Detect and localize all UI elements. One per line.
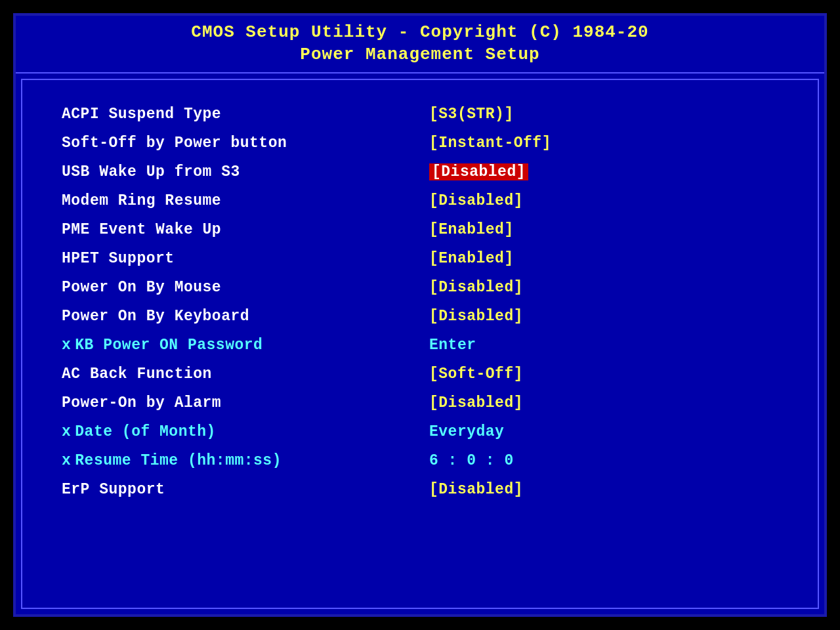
value-pme-event-wake-up[interactable]: [Enabled] (429, 221, 514, 238)
value-usb-wake-up-s3[interactable]: [Disabled] (429, 163, 528, 180)
value-kb-power-on-password[interactable]: Enter (429, 337, 476, 354)
label-date-of-month: x Date (of Month) (62, 423, 429, 440)
row-power-on-mouse[interactable]: Power On By Mouse[Disabled] (62, 273, 778, 302)
label-text-date-of-month: Date (of Month) (75, 423, 216, 440)
header-title-line1: CMOS Setup Utility - Copyright (C) 1984-… (29, 22, 811, 42)
label-text-acpi-suspend-type: ACPI Suspend Type (62, 106, 221, 123)
label-modem-ring-resume: Modem Ring Resume (62, 192, 429, 209)
label-pme-event-wake-up: PME Event Wake Up (62, 221, 429, 238)
label-text-kb-power-on-password: KB Power ON Password (75, 337, 262, 354)
header-title-line2: Power Management Setup (29, 45, 811, 64)
value-erp-support[interactable]: [Disabled] (429, 481, 523, 498)
label-hpet-support: HPET Support (62, 250, 429, 267)
prefix-date-of-month: x (62, 423, 71, 440)
highlighted-value-usb-wake-up-s3: [Disabled] (429, 163, 528, 180)
label-text-pme-event-wake-up: PME Event Wake Up (62, 221, 221, 238)
row-pme-event-wake-up[interactable]: PME Event Wake Up[Enabled] (62, 215, 778, 244)
row-usb-wake-up-s3[interactable]: USB Wake Up from S3[Disabled] (62, 158, 778, 186)
row-date-of-month[interactable]: x Date (of Month)Everyday (62, 417, 778, 446)
row-kb-power-on-password[interactable]: x KB Power ON PasswordEnter (62, 331, 778, 360)
row-erp-support[interactable]: ErP Support[Disabled] (62, 475, 778, 504)
settings-content: ACPI Suspend Type[S3(STR)]Soft-Off by Po… (21, 79, 819, 609)
value-power-on-keyboard[interactable]: [Disabled] (429, 308, 523, 325)
label-text-power-on-mouse: Power On By Mouse (62, 279, 221, 296)
value-hpet-support[interactable]: [Enabled] (429, 250, 514, 267)
label-text-hpet-support: HPET Support (62, 250, 175, 267)
row-acpi-suspend-type[interactable]: ACPI Suspend Type[S3(STR)] (62, 100, 778, 129)
row-resume-time[interactable]: x Resume Time (hh:mm:ss)6 : 0 : 0 (62, 446, 778, 475)
label-ac-back-function: AC Back Function (62, 366, 429, 383)
bios-screen: CMOS Setup Utility - Copyright (C) 1984-… (13, 13, 827, 617)
value-soft-off-power-button[interactable]: [Instant-Off] (429, 135, 551, 152)
label-power-on-alarm: Power-On by Alarm (62, 394, 429, 411)
label-text-erp-support: ErP Support (62, 481, 165, 498)
label-text-soft-off-power-button: Soft-Off by Power button (62, 135, 287, 152)
label-text-power-on-keyboard: Power On By Keyboard (62, 308, 249, 325)
label-usb-wake-up-s3: USB Wake Up from S3 (62, 163, 429, 180)
bios-header: CMOS Setup Utility - Copyright (C) 1984-… (16, 16, 824, 74)
value-date-of-month[interactable]: Everyday (429, 423, 504, 440)
prefix-kb-power-on-password: x (62, 337, 71, 354)
label-text-usb-wake-up-s3: USB Wake Up from S3 (62, 163, 240, 180)
row-modem-ring-resume[interactable]: Modem Ring Resume[Disabled] (62, 186, 778, 215)
label-text-resume-time: Resume Time (hh:mm:ss) (75, 452, 282, 469)
row-soft-off-power-button[interactable]: Soft-Off by Power button[Instant-Off] (62, 129, 778, 158)
row-ac-back-function[interactable]: AC Back Function[Soft-Off] (62, 360, 778, 388)
label-kb-power-on-password: x KB Power ON Password (62, 337, 429, 354)
label-text-power-on-alarm: Power-On by Alarm (62, 394, 221, 411)
value-power-on-alarm[interactable]: [Disabled] (429, 394, 523, 411)
row-power-on-keyboard[interactable]: Power On By Keyboard[Disabled] (62, 302, 778, 331)
prefix-resume-time: x (62, 452, 71, 469)
value-acpi-suspend-type[interactable]: [S3(STR)] (429, 106, 514, 123)
label-text-ac-back-function: AC Back Function (62, 366, 212, 383)
row-power-on-alarm[interactable]: Power-On by Alarm[Disabled] (62, 388, 778, 417)
label-soft-off-power-button: Soft-Off by Power button (62, 135, 429, 152)
row-hpet-support[interactable]: HPET Support[Enabled] (62, 244, 778, 273)
label-resume-time: x Resume Time (hh:mm:ss) (62, 452, 429, 469)
value-resume-time[interactable]: 6 : 0 : 0 (429, 452, 514, 469)
label-power-on-keyboard: Power On By Keyboard (62, 308, 429, 325)
label-power-on-mouse: Power On By Mouse (62, 279, 429, 296)
value-power-on-mouse[interactable]: [Disabled] (429, 279, 523, 296)
value-modem-ring-resume[interactable]: [Disabled] (429, 192, 523, 209)
label-text-modem-ring-resume: Modem Ring Resume (62, 192, 221, 209)
label-erp-support: ErP Support (62, 481, 429, 498)
value-ac-back-function[interactable]: [Soft-Off] (429, 366, 523, 383)
label-acpi-suspend-type: ACPI Suspend Type (62, 106, 429, 123)
